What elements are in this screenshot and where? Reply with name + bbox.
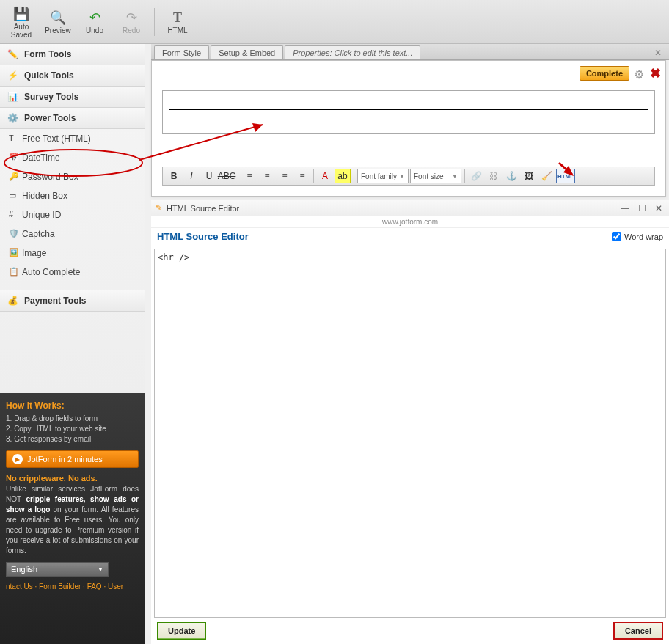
html-button[interactable]: T HTML <box>162 9 193 34</box>
undo-button[interactable]: ↶ Undo <box>79 9 110 34</box>
tab-properties[interactable]: Properties: Click to edit this text... <box>285 45 420 59</box>
autocomplete-icon: 📋 <box>9 267 19 277</box>
underline-button[interactable]: U <box>201 169 217 183</box>
html-source-textarea[interactable] <box>154 249 666 618</box>
settings-icon[interactable]: ⚙ <box>634 67 646 79</box>
calendar-icon: 📅 <box>9 153 19 163</box>
item-free-text-html[interactable]: TFree Text (HTML) <box>0 129 145 148</box>
coins-icon: 💰 <box>7 296 18 306</box>
link-faq[interactable]: FAQ <box>87 582 102 590</box>
item-unique-id[interactable]: #Unique ID <box>0 205 145 224</box>
help-title: How It Works: <box>6 400 139 411</box>
align-right-button[interactable]: ≡ <box>277 169 293 183</box>
item-datetime[interactable]: 📅DateTime <box>0 148 145 167</box>
font-family-select[interactable]: Font family▼ <box>357 169 409 183</box>
lightning-icon: ⚡ <box>7 70 18 81</box>
password-icon: 🔑 <box>9 172 19 182</box>
italic-button[interactable]: I <box>183 169 200 183</box>
html-source-window: ✎ HTML Source Editor — ☐ ✕ www.jotform.c… <box>151 200 669 644</box>
gear-icon: ⚙️ <box>7 113 18 123</box>
maximize-icon[interactable]: ☐ <box>636 203 648 213</box>
highlight-button[interactable]: ab <box>334 169 351 183</box>
text-icon: T <box>9 133 19 144</box>
section-form-tools[interactable]: ✏️Form Tools <box>0 44 145 65</box>
align-justify-button[interactable]: ≡ <box>294 169 310 183</box>
tab-setup-embed[interactable]: Setup & Embed <box>211 45 283 59</box>
editor-canvas[interactable] <box>162 90 655 134</box>
redo-icon: ↷ <box>123 9 140 26</box>
sidebar: ✏️Form Tools ⚡Quick Tools 📊Survey Tools … <box>0 44 145 393</box>
undo-icon: ↶ <box>86 9 103 26</box>
update-button[interactable]: Update <box>157 622 206 640</box>
help-steps: Drag & drop fields to form Copy HTML to … <box>6 414 139 444</box>
preview-icon: 🔍 <box>49 9 67 26</box>
window-close-icon[interactable]: ✕ <box>653 203 665 213</box>
language-select[interactable]: English▼ <box>6 562 109 577</box>
anchor-button[interactable]: ⚓ <box>503 169 519 183</box>
item-auto-complete[interactable]: 📋Auto Complete <box>0 263 145 282</box>
item-password-box[interactable]: 🔑Password Box <box>0 167 145 186</box>
src-buttons: Update Cancel <box>157 622 663 640</box>
section-payment-tools[interactable]: 💰Payment Tools <box>0 290 145 312</box>
shield-icon: 🛡️ <box>9 229 19 239</box>
close-icon[interactable]: ✖ <box>650 65 661 81</box>
preview-button[interactable]: 🔍 Preview <box>43 9 73 34</box>
editor-app-icon: ✎ <box>156 203 162 213</box>
font-size-select[interactable]: Font size▼ <box>410 169 461 183</box>
insert-image-button[interactable]: 🖼 <box>521 169 537 183</box>
tab-form-style[interactable]: Form Style <box>154 45 209 59</box>
image-icon: 🖼️ <box>9 248 19 258</box>
hidden-icon: ▭ <box>9 191 19 201</box>
help-panel: How It Works: Drag & drop fields to form… <box>0 393 145 644</box>
align-left-button[interactable]: ≡ <box>241 169 257 183</box>
chart-icon: 📊 <box>7 92 18 102</box>
auto-saved-button[interactable]: 💾 Auto Saved <box>6 5 37 39</box>
tab-strip: Form Style Setup & Embed Properties: Cli… <box>151 44 669 60</box>
align-center-button[interactable]: ≡ <box>259 169 275 183</box>
cancel-button[interactable]: Cancel <box>613 622 663 640</box>
section-quick-tools[interactable]: ⚡Quick Tools <box>0 65 145 87</box>
link-user[interactable]: User <box>108 582 123 590</box>
save-icon: 💾 <box>12 5 30 23</box>
complete-button[interactable]: Complete <box>580 66 629 81</box>
item-hidden-box[interactable]: ▭Hidden Box <box>0 186 145 205</box>
item-captcha[interactable]: 🛡️Captcha <box>0 224 145 244</box>
rte-toolbar: B I U ABC ≡ ≡ ≡ ≡ A ab Font family▼ Font… <box>162 167 655 186</box>
toolbar-separator <box>154 8 155 36</box>
url-bar: www.jotform.com <box>151 216 669 228</box>
clear-format-button[interactable]: 🧹 <box>538 169 555 183</box>
html-icon: T <box>169 9 186 26</box>
strike-button[interactable]: ABC <box>219 169 235 183</box>
pencil-icon: ✏️ <box>7 49 18 59</box>
play-icon: ▶ <box>12 454 23 464</box>
link-contact[interactable]: ntact Us <box>6 582 33 590</box>
font-color-button[interactable]: A <box>317 169 333 183</box>
link-builder[interactable]: Form Builder <box>39 582 81 590</box>
word-wrap-input[interactable] <box>612 232 621 241</box>
hr-preview <box>169 109 648 110</box>
video-button[interactable]: ▶ JotForm in 2 minutes <box>6 450 139 468</box>
section-survey-tools[interactable]: 📊Survey Tools <box>0 87 145 108</box>
unlink-button[interactable]: ⛓ <box>486 169 502 183</box>
main-toolbar: 💾 Auto Saved 🔍 Preview ↶ Undo ↷ Redo T H… <box>0 0 669 44</box>
footer-links: ntact Us · Form Builder · FAQ · User <box>6 582 139 590</box>
tabs-close-icon[interactable]: ✕ <box>654 48 666 59</box>
redo-button[interactable]: ↷ Redo <box>116 9 147 34</box>
bold-button[interactable]: B <box>166 169 182 183</box>
src-titlebar: ✎ HTML Source Editor — ☐ ✕ <box>151 200 669 216</box>
id-icon: # <box>9 210 19 220</box>
word-wrap-checkbox[interactable]: Word wrap <box>612 232 663 241</box>
src-header: HTML Source Editor Word wrap <box>151 228 669 245</box>
editor-panel: Complete ⚙ ✖ B I U ABC ≡ ≡ ≡ ≡ A ab Font… <box>151 60 666 197</box>
help-subtitle: No crippleware. No ads. <box>6 474 139 483</box>
help-body: Unlike similar services JotForm does NOT… <box>6 484 139 556</box>
minimize-icon[interactable]: — <box>618 203 632 213</box>
link-button[interactable]: 🔗 <box>468 169 484 183</box>
section-power-tools[interactable]: ⚙️Power Tools <box>0 108 145 129</box>
item-image[interactable]: 🖼️Image <box>0 244 145 263</box>
html-source-button[interactable]: HTML <box>556 169 575 183</box>
